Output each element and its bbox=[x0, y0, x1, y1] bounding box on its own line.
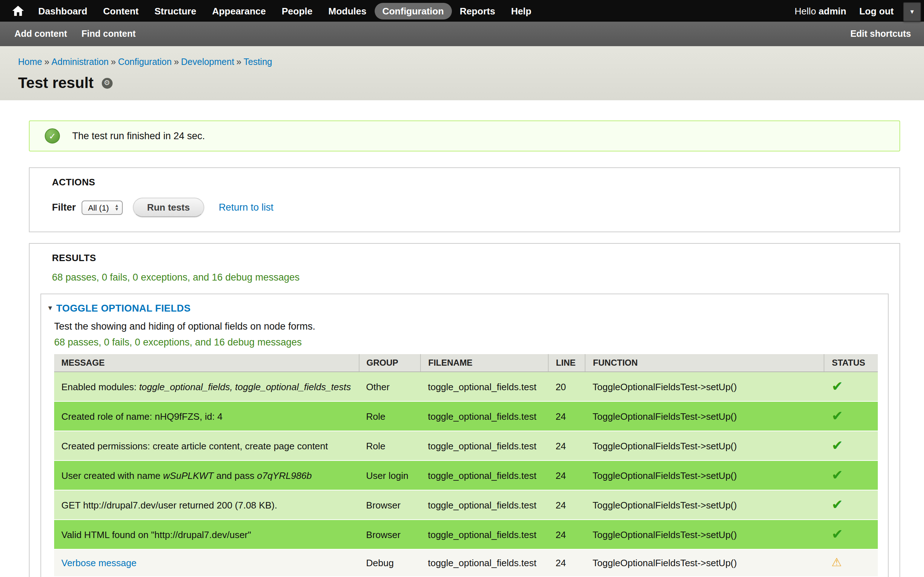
results-legend: RESULTS bbox=[52, 253, 888, 264]
breadcrumb-link-administration[interactable]: Administration bbox=[52, 57, 109, 67]
home-icon-glyph bbox=[12, 6, 24, 16]
status-cell: ✔ bbox=[824, 520, 878, 549]
status-message: ✓ The test run finished in 24 sec. bbox=[29, 121, 900, 152]
toolbar-item-help[interactable]: Help bbox=[503, 3, 539, 19]
gear-icon: ⚙ bbox=[103, 79, 110, 87]
table-row: GET http://drupal7.dev/user returned 200… bbox=[54, 490, 878, 520]
filename-cell: toggle_optional_fields.test bbox=[420, 461, 548, 490]
admin-toolbar: DashboardContentStructureAppearancePeopl… bbox=[0, 0, 924, 22]
results-fieldset: RESULTS 68 passes, 0 fails, 0 exceptions… bbox=[29, 243, 900, 577]
group-cell: Role bbox=[359, 431, 420, 461]
toolbar-item-configuration[interactable]: Configuration bbox=[374, 3, 452, 19]
filter-select[interactable]: All (1) ▲▼ bbox=[82, 200, 122, 214]
verbose-message-link[interactable]: Verbose message bbox=[61, 558, 136, 568]
return-to-list-link[interactable]: Return to list bbox=[219, 202, 274, 213]
shortcut-item-add-content[interactable]: Add content bbox=[7, 29, 74, 39]
function-cell: ToggleOptionalFieldsTest->setUp() bbox=[585, 401, 824, 431]
function-cell: ToggleOptionalFieldsTest->setUp() bbox=[585, 490, 824, 520]
breadcrumb-link-development[interactable]: Development bbox=[181, 57, 234, 67]
breadcrumb-link-home[interactable]: Home bbox=[18, 57, 42, 67]
toolbar-item-structure[interactable]: Structure bbox=[147, 3, 204, 19]
test-group-description: Test the showing and hiding of optional … bbox=[54, 321, 878, 332]
pass-check-icon: ✔ bbox=[832, 438, 843, 453]
message-text: o7qYRL986b bbox=[257, 470, 312, 481]
toolbar-item-people[interactable]: People bbox=[274, 3, 320, 19]
message-text: User created with name bbox=[61, 470, 163, 481]
status-cell: ✔ bbox=[824, 401, 878, 431]
filename-cell: toggle_optional_fields.test bbox=[420, 520, 548, 549]
pass-check-icon: ✔ bbox=[832, 527, 843, 542]
status-cell: ✔ bbox=[824, 372, 878, 401]
line-cell: 24 bbox=[548, 401, 585, 431]
message-cell: GET http://drupal7.dev/user returned 200… bbox=[54, 490, 359, 520]
breadcrumb-separator: » bbox=[172, 57, 181, 67]
status-cell: ⚠ bbox=[824, 549, 878, 577]
function-cell: ToggleOptionalFieldsTest->setUp() bbox=[585, 431, 824, 461]
line-cell: 24 bbox=[548, 520, 585, 549]
results-table: MESSAGEGROUPFILENAMELINEFUNCTIONSTATUS E… bbox=[54, 354, 878, 577]
status-message-text: The test run finished in 24 sec. bbox=[72, 131, 205, 141]
results-table-head-row: MESSAGEGROUPFILENAMELINEFUNCTIONSTATUS bbox=[54, 354, 878, 372]
breadcrumb: Home»Administration»Configuration»Develo… bbox=[18, 56, 900, 68]
table-row: Created permissions: create article cont… bbox=[54, 431, 878, 461]
breadcrumb-link-configuration[interactable]: Configuration bbox=[118, 57, 172, 67]
edit-shortcuts-link[interactable]: Edit shortcuts bbox=[850, 29, 917, 39]
filter-select-value: All (1) bbox=[88, 203, 109, 212]
shortcut-item-find-content[interactable]: Find content bbox=[74, 29, 143, 39]
message-text: Created permissions: create article cont… bbox=[61, 440, 328, 451]
home-icon[interactable] bbox=[6, 6, 30, 16]
table-row: Verbose messageDebugtoggle_optional_fiel… bbox=[54, 549, 878, 577]
toolbar-item-appearance[interactable]: Appearance bbox=[204, 3, 274, 19]
toolbar-item-content[interactable]: Content bbox=[95, 3, 147, 19]
logout-link[interactable]: Log out bbox=[859, 5, 894, 16]
group-cell: Role bbox=[359, 401, 420, 431]
contextual-gear-icon[interactable]: ⚙ bbox=[102, 77, 112, 89]
results-summary: 68 passes, 0 fails, 0 exceptions, and 16… bbox=[52, 272, 888, 284]
message-text: Created role of name: nHQ9fFZS, id: 4 bbox=[61, 411, 223, 422]
line-cell: 24 bbox=[548, 549, 585, 577]
message-text: GET http://drupal7.dev/user returned 200… bbox=[61, 500, 277, 510]
check-icon: ✓ bbox=[49, 132, 56, 140]
pass-check-icon: ✔ bbox=[832, 467, 843, 482]
toolbar-item-modules[interactable]: Modules bbox=[320, 3, 374, 19]
filename-cell: toggle_optional_fields.test bbox=[420, 372, 548, 401]
username: admin bbox=[819, 5, 846, 16]
message-cell: Enabled modules: toggle_optional_fields,… bbox=[54, 372, 359, 401]
test-group-legend: ▼ TOGGLE OPTIONAL FIELDS bbox=[47, 303, 878, 314]
toolbar-user-area: Hello admin Log out bbox=[795, 5, 894, 16]
breadcrumb-link-testing[interactable]: Testing bbox=[244, 57, 272, 67]
message-cell: Created permissions: create article cont… bbox=[54, 431, 359, 461]
message-cell: User created with name wSuPLKWT and pass… bbox=[54, 461, 359, 490]
test-group-title-link[interactable]: TOGGLE OPTIONAL FIELDS bbox=[56, 303, 191, 314]
message-cell: Created role of name: nHQ9fFZS, id: 4 bbox=[54, 401, 359, 431]
group-cell: Debug bbox=[359, 549, 420, 577]
breadcrumb-separator: » bbox=[234, 57, 244, 67]
line-cell: 20 bbox=[548, 372, 585, 401]
table-row: Created role of name: nHQ9fFZS, id: 4Rol… bbox=[54, 401, 878, 431]
toolbar-item-reports[interactable]: Reports bbox=[452, 3, 503, 19]
test-group-fieldset: ▼ TOGGLE OPTIONAL FIELDS Test the showin… bbox=[40, 293, 888, 577]
shortcut-links: Add contentFind content bbox=[7, 29, 143, 39]
filename-cell: toggle_optional_fields.test bbox=[420, 431, 548, 461]
toolbar-toggle-button[interactable]: ▼ bbox=[903, 2, 921, 22]
test-group-summary: 68 passes, 0 fails, 0 exceptions, and 16… bbox=[54, 337, 878, 348]
group-cell: Browser bbox=[359, 490, 420, 520]
message-text: toggle_optional_fields, toggle_optional_… bbox=[139, 381, 351, 392]
pass-check-icon: ✔ bbox=[832, 379, 843, 394]
function-cell: ToggleOptionalFieldsTest->setUp() bbox=[585, 549, 824, 577]
shortcut-bar: Add contentFind content Edit shortcuts bbox=[0, 22, 924, 46]
page-title: Test result bbox=[18, 74, 94, 92]
toolbar-item-dashboard[interactable]: Dashboard bbox=[30, 3, 95, 19]
filename-cell: toggle_optional_fields.test bbox=[420, 401, 548, 431]
toolbar-menu: DashboardContentStructureAppearancePeopl… bbox=[30, 3, 539, 19]
message-text: Valid HTML found on "http://drupal7.dev/… bbox=[61, 529, 251, 540]
group-cell: Browser bbox=[359, 520, 420, 549]
column-header-message: MESSAGE bbox=[54, 354, 359, 372]
actions-legend: ACTIONS bbox=[52, 177, 888, 188]
pass-check-icon: ✔ bbox=[832, 497, 843, 512]
actions-fieldset: ACTIONS Filter All (1) ▲▼ Run tests Retu… bbox=[29, 167, 900, 232]
breadcrumb-separator: » bbox=[42, 57, 52, 67]
greeting-text: Hello admin bbox=[795, 5, 846, 16]
message-text: and pass bbox=[214, 470, 257, 481]
run-tests-button[interactable]: Run tests bbox=[132, 198, 204, 217]
